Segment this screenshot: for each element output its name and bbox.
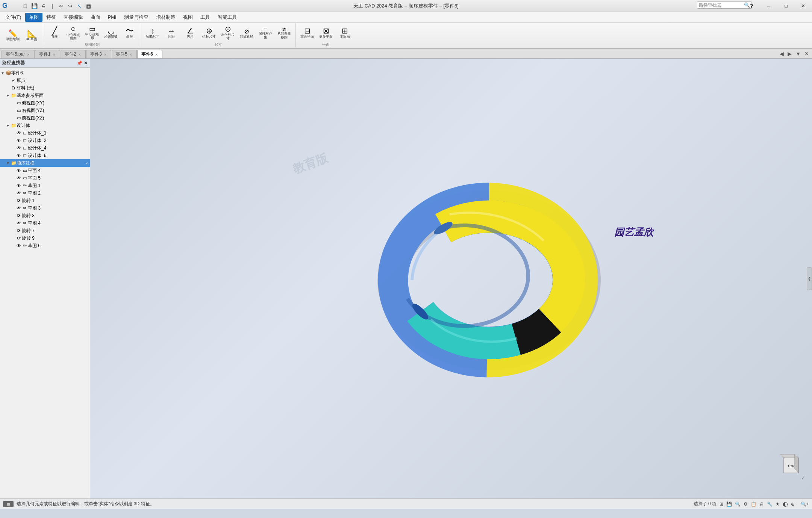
statusbar-icon-5[interactable]: 📋 [751,501,756,507]
tab-close-1[interactable]: × [52,52,56,57]
undo-button[interactable]: ↩ [57,2,65,10]
coincident-plane-button[interactable]: ⊟ 重合平面 [298,24,316,41]
statusbar-icon-4[interactable]: ⚙ [744,501,748,507]
cursor-button[interactable]: ↖ [75,2,83,10]
tree-item-13[interactable]: 👁▭平面 4 [0,167,90,174]
rect-button[interactable]: ▭ 中心画矩形 [83,24,101,41]
tree-item-7[interactable]: ▼📁设计体 [0,122,90,129]
tree-eye-icon[interactable]: 👁 [16,243,22,248]
statusbar-icon-7[interactable]: 🔧 [767,501,773,507]
tab-close-3[interactable]: × [103,52,107,57]
print-button[interactable]: 🖨 [39,2,47,10]
tree-eye-icon[interactable]: 👁 [16,175,22,181]
statusbar-icon-9[interactable]: ◐ [783,500,788,507]
tree-item-8[interactable]: 👁□设计体_1 [0,129,90,137]
sketch-draw-button[interactable]: ✏️ 草图绘制 [4,27,22,44]
tab-menu-button[interactable]: ▼ [794,50,802,57]
tree-item-3[interactable]: ▼📁基本参考平面 [0,92,90,99]
help-button[interactable]: ? [743,0,760,12]
line-button[interactable]: ╱ 直线 [45,24,64,41]
more-planes-button[interactable]: ⊠ 更多平面 [317,24,335,41]
tree-eye-icon[interactable]: 👁 [16,220,22,226]
tab-prev-button[interactable]: ◀ [778,50,785,57]
tree-eye-icon[interactable]: 👁 [16,153,22,158]
tree-eye-icon[interactable]: 👁 [16,190,22,196]
coord-dim-button[interactable]: ⊕ 坐标尺寸 [200,24,218,41]
right-panel-toggle[interactable]: ❮ [807,267,812,290]
remove-align-button[interactable]: ≢ 从对齐集移除 [275,24,293,41]
menu-item-PMI[interactable]: PMI [104,13,120,21]
tree-item-15[interactable]: 👁✏草图 1 [0,182,90,189]
tree-item-9[interactable]: 👁□设计体_2 [0,137,90,144]
tree-item-14[interactable]: 👁▭平面 5 [0,174,90,182]
menu-item-增材制造[interactable]: 增材制造 [152,13,179,22]
tab-close-4[interactable]: × [129,52,133,57]
tab-close-0[interactable]: × [26,52,30,57]
tree-item-19[interactable]: ⟳旋转 3 [0,212,90,219]
tree-arrow[interactable]: ▼ [5,94,11,98]
angle-button[interactable]: ∠ 夹角 [181,24,199,41]
menu-item-智能工具[interactable]: 智能工具 [214,13,241,22]
tree-eye-icon[interactable]: 👁 [16,183,22,188]
tree-item-2[interactable]: 🗋材料 (无) [0,84,90,92]
pin-icon[interactable]: 📌 [77,60,82,66]
menu-item-曲面[interactable]: 曲面 [87,13,104,22]
statusbar-icon-10[interactable]: ⊕ [791,501,795,507]
statusbar-icon-1[interactable]: ⊞ [720,501,723,507]
tree-item-0[interactable]: ▼📦零件6 [0,69,90,77]
circle-button[interactable]: ○ 中心和点圆图 [64,24,82,41]
menu-item-特征[interactable]: 特征 [42,13,60,22]
tree-item-11[interactable]: 👁□设计体_6 [0,152,90,159]
tab-零件5.par[interactable]: 零件5.par× [2,50,35,58]
menu-item-测量与检查[interactable]: 测量与检查 [120,13,152,22]
tab-零件5[interactable]: 零件5× [112,50,137,58]
tree-item-22[interactable]: ⟳旋转 9 [0,234,90,242]
statusbar-icon-2[interactable]: 💾 [726,501,732,507]
tab-零件6[interactable]: 零件6× [137,50,162,58]
curve-button[interactable]: 〜 曲线 [121,24,139,41]
tree-eye-icon[interactable]: 👁 [16,145,22,151]
tree-item-16[interactable]: 👁✏草图 2 [0,189,90,197]
angle-coord-button[interactable]: ⊙ 角坐标尺寸 [219,24,237,41]
tree-eye-icon[interactable]: 👁 [16,168,22,173]
tab-零件1[interactable]: 零件1× [35,50,60,58]
tree-item-1[interactable]: ✓原点 [0,77,90,84]
tree-arrow[interactable]: ▼ [5,124,11,128]
tab-零件3[interactable]: 零件3× [86,50,111,58]
tree-item-18[interactable]: 👁✏草图 3 [0,204,90,212]
arc-button[interactable]: ◡ 相切圆弧 [102,24,120,41]
save-button[interactable]: 💾 [30,2,38,10]
3d-sketch-button[interactable]: 📐 3D草图 [23,27,41,44]
tree-item-5[interactable]: ▭右视图(YZ) [0,107,90,114]
tree-item-20[interactable]: 👁✏草图 4 [0,219,90,227]
viewport[interactable]: 教育版 教育版 [90,59,812,498]
tab-close-all-button[interactable]: ✕ [803,50,810,57]
tree-arrow[interactable]: ▼ [5,161,11,165]
tab-close-5[interactable]: × [155,52,158,57]
menu-item-直接编辑[interactable]: 直接编辑 [60,13,87,22]
menu-item-单图[interactable]: 单图 [25,13,42,22]
spacing-button[interactable]: ↔ 间距 [162,24,180,41]
tab-零件2[interactable]: 零件2× [61,50,86,58]
tree-eye-icon[interactable]: 👁 [16,138,22,143]
align-set-button[interactable]: ≡ 保持对齐集 [256,24,274,41]
select-button[interactable]: ▦ [84,2,92,10]
statusbar-icon-6[interactable]: 🖨 [759,501,764,507]
sym-diam-button[interactable]: ⌀ 对称直径 [238,24,256,41]
tree-item-17[interactable]: ⟳旋转 1 [0,197,90,204]
statusbar-icon-8[interactable]: ★ [776,501,780,507]
smart-dim-button[interactable]: ↕ 智能尺寸 [144,24,162,41]
coord-sys-button[interactable]: ⊞ 坐标系 [336,24,354,41]
tab-close-2[interactable]: × [78,52,82,57]
tree-item-10[interactable]: 👁□设计体_4 [0,144,90,152]
tree-item-4[interactable]: ▭俯视图(XY) [0,99,90,107]
close-sidebar-icon[interactable]: ✕ [84,60,88,66]
menu-item-工具[interactable]: 工具 [197,13,214,22]
tab-next-button[interactable]: ▶ [786,50,793,57]
tree-item-21[interactable]: ⟳旋转 7 [0,227,90,234]
statusbar-icon-3[interactable]: 🔍 [735,501,741,507]
new-button[interactable]: □ [21,2,29,10]
tree-item-23[interactable]: 👁✏草图 6 [0,242,90,249]
minimize-button[interactable]: ─ [760,0,777,12]
redo-button[interactable]: ↪ [66,2,74,10]
